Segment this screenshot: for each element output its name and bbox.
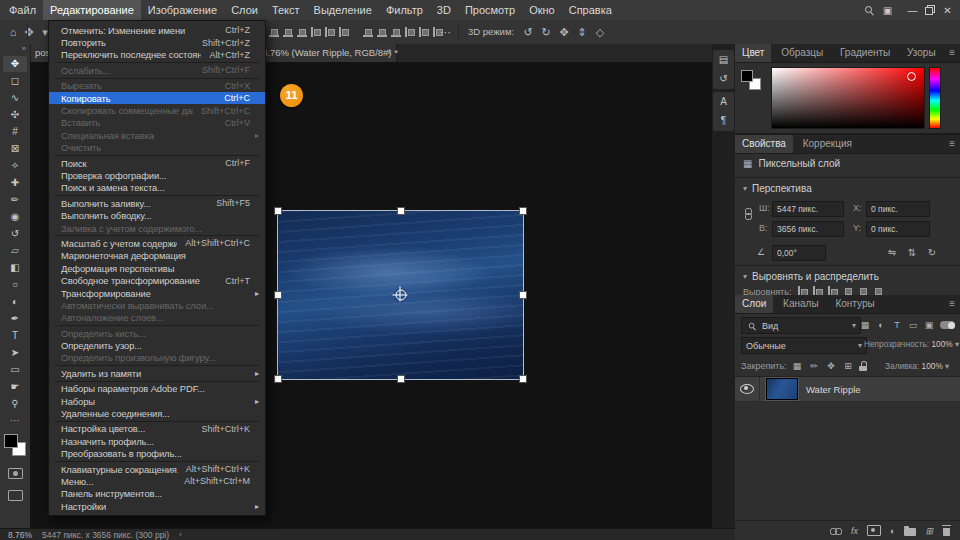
panel-menu-icon[interactable]: ≡ <box>949 44 955 62</box>
menu-item[interactable]: Масштаб с учетом содержимогоAlt+Shift+Ct… <box>49 237 265 249</box>
menubar-item-type[interactable]: Текст <box>265 0 307 20</box>
new-layer-icon[interactable]: ⊞ <box>925 526 933 536</box>
tab-channels[interactable]: Каналы <box>776 295 826 313</box>
layer-visibility-toggle[interactable] <box>735 377 760 401</box>
3d-roll-icon[interactable]: ↻ <box>538 20 554 44</box>
zoom-level[interactable]: 8.76% <box>8 530 32 540</box>
menu-item[interactable]: Марионеточная деформация <box>49 250 265 262</box>
eyedropper-tool[interactable]: ✧ <box>3 158 27 174</box>
chevron-right-icon[interactable]: › <box>179 530 182 539</box>
menu-item[interactable]: Преобразовать в профиль... <box>49 448 265 460</box>
marquee-tool[interactable]: ◻ <box>3 73 27 89</box>
crop-tool[interactable]: # <box>3 124 27 140</box>
layer-effects-icon[interactable]: fx <box>851 526 858 536</box>
minimize-icon[interactable]: — <box>900 0 925 20</box>
tab-color[interactable]: Цвет <box>735 44 771 62</box>
align-right-edges-icon[interactable] <box>338 27 349 38</box>
workspace-switcher-icon[interactable]: ▣ <box>875 0 900 20</box>
close-icon[interactable]: ✕ <box>935 0 960 20</box>
paragraph-panel-icon[interactable]: ¶ <box>716 114 732 128</box>
saturation-field[interactable] <box>771 67 925 129</box>
menu-item[interactable]: Удаленные соединения... <box>49 407 265 419</box>
tab-paths[interactable]: Контуры <box>828 295 881 313</box>
hue-slider[interactable] <box>929 67 941 129</box>
align-bottom-edges-icon[interactable] <box>296 27 307 38</box>
lock-position-icon[interactable]: ✥ <box>825 359 837 373</box>
history-panel-icon[interactable]: ↺ <box>716 72 732 86</box>
tab-close-icon[interactable]: × <box>386 44 392 62</box>
align-left-edges-icon[interactable] <box>310 27 321 38</box>
menu-item[interactable]: Заливка с учетом содержимого... <box>49 222 265 234</box>
delete-layer-icon[interactable] <box>942 525 952 536</box>
menu-item[interactable]: Выполнить заливку...Shift+F5 <box>49 197 265 209</box>
flip-horizontal-icon[interactable]: ⇋ <box>885 245 899 259</box>
menubar-item-file[interactable]: Файл <box>2 0 43 20</box>
menu-item[interactable]: Меню...Alt+Shift+Ctrl+M <box>49 475 265 487</box>
adjustment-layer-icon[interactable]: ◐ <box>890 526 895 536</box>
transform-handle-top-right[interactable] <box>519 207 527 215</box>
menubar-item-layers[interactable]: Слои <box>224 0 265 20</box>
distribute-left-edges-icon[interactable] <box>404 27 415 38</box>
menu-item[interactable]: ВставитьCtrl+V <box>49 117 265 129</box>
3d-slide-icon[interactable]: ⇕ <box>574 20 590 44</box>
lock-all-icon[interactable] <box>859 360 868 372</box>
clone-stamp-tool[interactable]: ◉ <box>3 209 27 225</box>
menubar-item-image[interactable]: Изображение <box>141 0 224 20</box>
menu-item[interactable]: Наборы параметров Adobe PDF... <box>49 383 265 395</box>
flip-vertical-icon[interactable]: ⇅ <box>905 245 919 259</box>
menu-item[interactable]: КопироватьCtrl+C <box>49 92 265 104</box>
opacity-value[interactable]: 100% <box>932 339 953 349</box>
tab-properties[interactable]: Свойства <box>735 135 793 153</box>
menubar-item-view[interactable]: Просмотр <box>458 0 522 20</box>
menu-item[interactable]: Проверка орфографии... <box>49 169 265 181</box>
y-field[interactable]: 0 пикс. <box>866 221 930 237</box>
panel-menu-icon[interactable]: ≡ <box>949 135 955 153</box>
foreground-color-swatch[interactable] <box>4 434 18 448</box>
menu-item[interactable]: Деформация перспективы <box>49 262 265 274</box>
menu-item[interactable]: Настройка цветов...Shift+Ctrl+K <box>49 423 265 435</box>
new-group-icon[interactable] <box>904 528 916 536</box>
lock-artboard-icon[interactable]: ⊞ <box>842 359 854 373</box>
menu-item[interactable]: ВырезатьCtrl+X <box>49 80 265 92</box>
menu-item[interactable]: Настройки▸ <box>49 500 265 512</box>
filter-smart-objects-icon[interactable]: ▣ <box>923 318 935 332</box>
transform-handle-top-left[interactable] <box>274 207 282 215</box>
distribute-vertical-centers-icon[interactable] <box>376 27 387 38</box>
transform-handle-middle-right[interactable] <box>519 291 527 299</box>
distribute-horizontal-centers-icon[interactable] <box>418 27 429 38</box>
shape-tool[interactable]: ▭ <box>3 362 27 378</box>
layer-filter-dropdown[interactable]: Вид ▾ <box>741 317 861 334</box>
3d-scale-icon[interactable]: ◇ <box>592 20 608 44</box>
blend-mode-dropdown[interactable]: Обычные ▾ <box>741 337 867 354</box>
frame-tool[interactable]: ⊠ <box>3 141 27 157</box>
toolbar-collapse-icon[interactable]: » <box>0 44 30 54</box>
layer-row[interactable]: Water Ripple <box>735 377 960 402</box>
menu-item[interactable]: Назначить профиль... <box>49 435 265 447</box>
section-caret-icon[interactable]: ▾ <box>743 184 747 193</box>
pen-tool[interactable]: ✒ <box>3 311 27 327</box>
quick-selection-tool[interactable]: ✣ <box>3 107 27 123</box>
character-panel-icon[interactable]: А <box>716 95 732 109</box>
transform-handle-bottom-left[interactable] <box>274 375 282 383</box>
align-vertical-centers-icon[interactable] <box>282 27 293 38</box>
menu-item[interactable]: Скопировать совмещенные данныеShift+Ctrl… <box>49 104 265 116</box>
eraser-tool[interactable]: ▱ <box>3 243 27 259</box>
edit-toolbar-icon[interactable]: ⋯ <box>3 415 27 426</box>
dodge-tool[interactable]: ◐ <box>3 294 27 310</box>
align-section-header[interactable]: ▾ Выровнять и распределить <box>743 271 879 282</box>
fill-value[interactable]: 100% <box>922 361 943 371</box>
reference-point-icon[interactable] <box>395 290 406 301</box>
menu-item[interactable]: Автоналожение слоев... <box>49 312 265 324</box>
menu-item[interactable]: Специальная вставка▸ <box>49 129 265 141</box>
transform-target-image[interactable] <box>277 210 524 380</box>
document-info[interactable]: 5447 пикс. x 3656 пикс. (300 ppi) <box>42 530 169 540</box>
menu-item[interactable]: Наборы▸ <box>49 395 265 407</box>
menubar-item-help[interactable]: Справка <box>562 0 619 20</box>
layer-thumbnail[interactable] <box>766 378 798 400</box>
menubar-item-filter[interactable]: Фильтр <box>379 0 430 20</box>
tab-gradients[interactable]: Градиенты <box>833 44 897 62</box>
height-field[interactable]: 3656 пикс. <box>772 221 844 237</box>
menu-item[interactable]: ПоискCtrl+F <box>49 157 265 169</box>
quick-mask-icon[interactable] <box>8 468 23 479</box>
3d-rotate-icon[interactable]: ↺ <box>520 20 536 44</box>
